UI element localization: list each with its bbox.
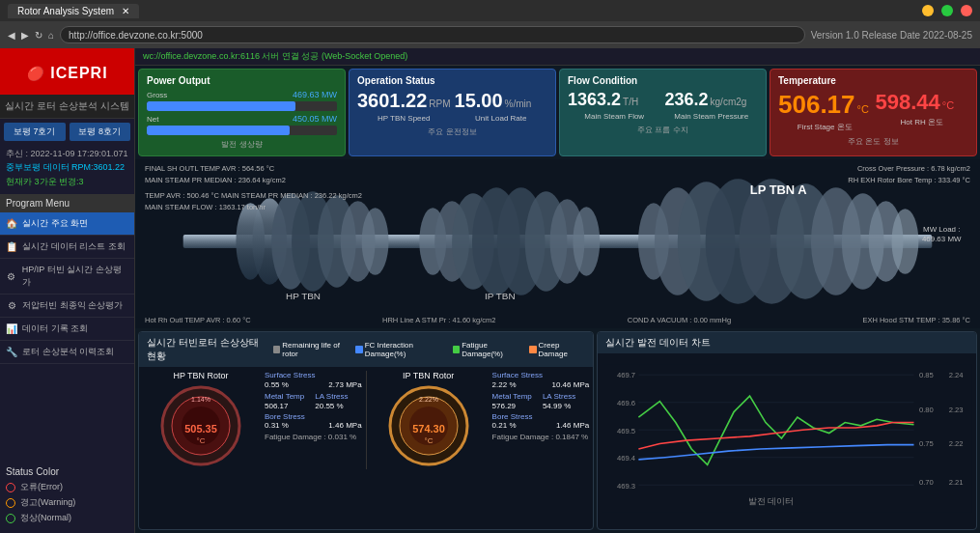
divider	[366, 371, 367, 469]
ip-rotor-gauge: IP TBN Rotor 2.22% 574.30 °C	[371, 371, 487, 469]
turbine-info-right: Cross Over Pressure : 6.78 kg/cm2 RH EXH…	[848, 163, 970, 186]
hp-metal-la: Metal Temp 506.17 LA Stress 20.55 %	[265, 392, 362, 410]
hp-label: HP TBN	[286, 291, 321, 301]
kpi-temp-footer: 주요 온도 정보	[778, 136, 968, 147]
kpi-first-stage-label: First Stage 온도	[778, 122, 872, 132]
sidebar-info: 추신 : 2022-11-09 17:29:01.071 중부보평 데이터 RP…	[0, 145, 134, 190]
kpi-gross-bar	[147, 101, 337, 111]
kpi-flow-condition: Flow Condition 1363.2 T/H Main Steam Flo…	[559, 69, 767, 156]
kpi-load: 15.00 %/min Unit Load Rate	[455, 90, 547, 123]
tab-label: Rotor Analysis System	[17, 6, 114, 16]
legend-dot-remaining	[273, 346, 280, 353]
bottom-panels: 실시간 터빈로터 손상상태 현황 Remaining life of rotor…	[135, 328, 980, 533]
svg-text:2.24: 2.24	[949, 371, 965, 379]
legend-dot-fc	[355, 346, 362, 353]
mw-label: MW Load :	[923, 225, 960, 234]
turbine-rh-temp: RH EXH Rotor Bore Temp : 333.49 °C	[848, 175, 970, 186]
kpi-net-bar	[147, 126, 337, 135]
info-date: 추신 : 2022-11-09 17:29:01.071	[6, 147, 128, 160]
kpi-power-output: Power Output Gross 469.63 MW Net	[138, 69, 346, 156]
turbine-bottom-labels: Hot Rh Outl TEMP AVR : 0.60 °C HRH Line …	[135, 316, 980, 324]
damage-panel-header: 실시간 터빈로터 손상상태 현황 Remaining life of rotor…	[139, 332, 593, 367]
kpi-first-stage-unit: °C	[857, 103, 869, 115]
kpi-hot-rh-value: 598.44	[876, 90, 940, 115]
hp-rotor-gauge: HP TBN Rotor 1.14%	[143, 371, 259, 469]
sidebar-item-data-history[interactable]: 📊 데이터 기록 조회	[0, 318, 134, 341]
ip-la-stress: LA Stress 54.99 %	[543, 392, 589, 410]
kpi-steam-flow-label: Main Steam Flow	[568, 112, 661, 121]
hp-surface-stress-title: Surface Stress	[265, 371, 362, 379]
kpi-ops-values: 3601.22 RPM HP TBN Speed 15.00 %/min Uni…	[357, 90, 547, 123]
hp-gauge-container: 1.14% 505.35 °C	[157, 382, 244, 469]
ip-metal-la: Metal Temp 576.29 LA Stress 54.99 %	[492, 392, 590, 410]
ip-metal-temp: Metal Temp 576.29	[492, 392, 539, 410]
svg-text:발전 데이터: 발전 데이터	[748, 496, 794, 506]
turbine-info-left: FINAL SH OUTL TEMP AVR : 564.56 °C MAIN …	[145, 163, 362, 213]
status-color-title: Status Color	[6, 466, 128, 477]
back-icon[interactable]: ◀	[8, 30, 15, 41]
svg-text:0.85: 0.85	[919, 371, 934, 379]
sidebar-item-lp-eval[interactable]: ⚙ 저압터빈 최종익 손상평가	[0, 295, 134, 318]
damage-panel: 실시간 터빈로터 손상상태 현황 Remaining life of rotor…	[138, 331, 594, 530]
sidebar-item-realtime-main[interactable]: 🏠 실시간 주요 화면	[0, 212, 134, 236]
lp-turbine	[638, 179, 918, 303]
kpi-first-stage-value: 506.17	[778, 90, 855, 120]
ip-surface-stress-row: 2.22 % 10.46 MPa	[492, 380, 590, 389]
forward-icon[interactable]: ▶	[21, 30, 29, 41]
legend-dot-creep	[529, 346, 536, 353]
kpi-rpm-value: 3601.22	[357, 90, 427, 112]
turbine-info-4: MAIN STEAM FLOW : 1363.17 ton/hr	[145, 202, 362, 213]
maximize-button[interactable]	[941, 5, 953, 16]
ip-fatigue-damage: Fatigue Damage : 0.1847 %	[492, 433, 590, 441]
ip-rotor-section: IP TBN Rotor 2.22% 574.30 °C	[371, 371, 590, 469]
error-dot	[6, 483, 15, 492]
top-status-bar: wc://office.devzone.co.kr:6116 서버 연결 성공 …	[135, 48, 980, 66]
browser-tab[interactable]: Rotor Analysis System ✕	[8, 4, 139, 18]
close-button[interactable]	[961, 5, 972, 16]
minimize-button[interactable]	[922, 5, 934, 16]
svg-text:0.80: 0.80	[919, 406, 934, 414]
kpi-load-unit: %/min	[505, 98, 532, 109]
hot-rh-temp: Hot Rh Outl TEMP AVR : 0.60 °C	[145, 316, 251, 324]
home-icon[interactable]: ⌂	[48, 30, 54, 41]
svg-text:2.21: 2.21	[949, 478, 964, 487]
kpi-pressure-value: 236.2	[665, 90, 709, 110]
legend-creep: Creep Damage	[529, 341, 585, 358]
kpi-load-label: Unit Load Rate	[455, 114, 547, 123]
address-input[interactable]	[60, 26, 805, 43]
ip-rotor-title: IP TBN Rotor	[371, 371, 487, 380]
kpi-flow-title: Flow Condition	[568, 75, 758, 86]
ip-turbine	[419, 187, 600, 295]
window-controls[interactable]	[922, 5, 972, 16]
kpi-power-footer: 발전 생상량	[147, 139, 337, 150]
lp-label: LP TBN A	[750, 182, 807, 197]
chart-area: 469.7 469.6 469.5 469.4 469.3 0.85 0.80 …	[598, 353, 976, 523]
hp-rotor-title: HP TBN Rotor	[143, 371, 259, 380]
status-error: 오류(Error)	[6, 481, 128, 493]
refresh-icon[interactable]: ↻	[35, 30, 42, 41]
hp-rotor-section: HP TBN Rotor 1.14%	[143, 371, 362, 469]
status-color-section: Status Color 오류(Error) 경고(Warning) 정상(No…	[0, 461, 134, 533]
report7-button[interactable]: 보평 7호기	[4, 123, 66, 141]
program-menu-title: Program Menu	[0, 194, 134, 212]
ip-bore-stress-row: 0.21 % 1.46 MPa	[492, 421, 590, 430]
kpi-operation-status: Operation Status 3601.22 RPM HP TBN Spee…	[349, 69, 556, 156]
kpi-net-value: 450.05 MW	[293, 114, 337, 124]
svg-text:1.14%: 1.14%	[191, 396, 210, 403]
sidebar-item-realtime-list[interactable]: 📋 실시간 데이터 리스트 조회	[0, 236, 134, 259]
svg-text:469.4: 469.4	[617, 454, 636, 463]
kpi-gross-bar-fill	[147, 101, 295, 111]
svg-text:2.22: 2.22	[949, 439, 964, 448]
sidebar-item-rotor-analysis[interactable]: 🔧 로터 손상분석 이력조회	[0, 341, 134, 364]
kpi-pressure: 236.2 kg/cm2g Main Steam Pressure	[665, 90, 759, 121]
rotor-menu-icon: 🔧	[6, 347, 17, 358]
kpi-temperature: Temperature 506.17 °C First Stage 온도 598…	[770, 69, 977, 156]
cond-vacuum: COND A VACUUM : 0.00 mmHg	[628, 316, 731, 324]
sidebar-item-hp-ip-eval[interactable]: ⚙ HP/IP 터빈 실시간 손상평가	[0, 259, 134, 295]
svg-text:505.35: 505.35	[184, 423, 217, 435]
sidebar: 🔴 ICEPRI 실시간 로터 손상분석 시스템 보평 7호기 보평 8호기 추…	[0, 48, 135, 533]
report8-button[interactable]: 보평 8호기	[70, 123, 131, 141]
hp-la-stress: LA Stress 20.55 %	[315, 392, 361, 410]
title-bar: Rotor Analysis System ✕	[0, 0, 980, 21]
turbine-crossover: Cross Over Pressure : 6.78 kg/cm2	[848, 163, 970, 175]
